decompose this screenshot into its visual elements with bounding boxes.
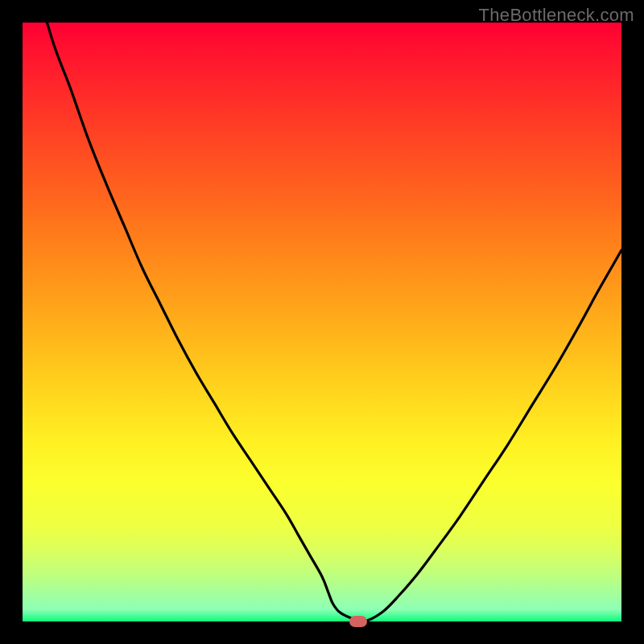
- optimum-marker: [349, 616, 367, 627]
- attribution-text: TheBottleneck.com: [479, 5, 634, 26]
- plot-area: [23, 23, 621, 621]
- chart-stage: TheBottleneck.com: [0, 0, 644, 644]
- bottleneck-curve: [23, 0, 621, 621]
- curve-layer: [23, 23, 621, 621]
